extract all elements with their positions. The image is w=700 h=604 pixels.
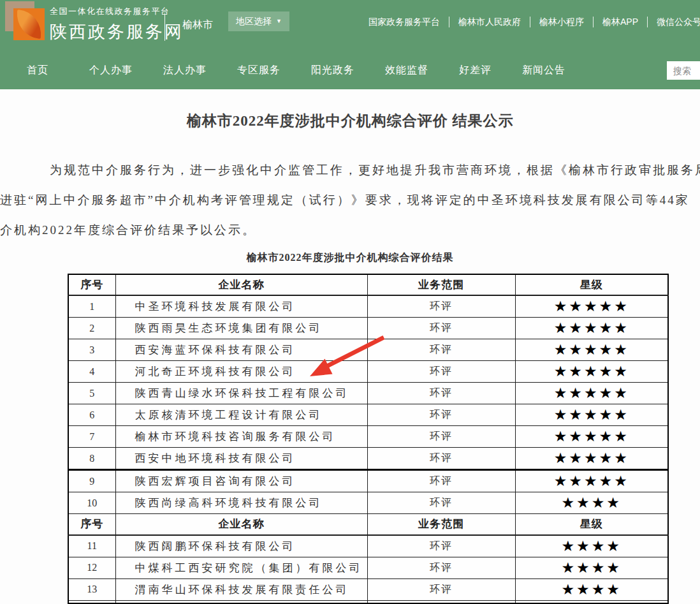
star-rating-cell: ★★★★ (515, 492, 668, 514)
table-row: 7榆林市环境科技咨询服务有限公司环评★★★★★ (68, 426, 668, 448)
star-rating-cell: ★★★★★ (515, 318, 668, 339)
nav-item[interactable]: 效能监督 (385, 64, 428, 77)
table-row: 1中圣环境科技发展有限公司环评★★★★★ (68, 295, 668, 318)
logo-front-square (13, 8, 45, 40)
column-header: 企业名称 (115, 274, 367, 295)
row-number-cell: 8 (68, 448, 115, 470)
top-link[interactable]: 榆林APP (602, 17, 638, 28)
company-name-cell: 榆林市环境科技咨询服务有限公司 (115, 426, 367, 448)
link-separator (530, 17, 530, 27)
region-selector-button[interactable]: 地区选择 ▼ (228, 11, 289, 31)
nav-item[interactable]: 专区服务 (237, 64, 281, 77)
table-row: 6太原核清环境工程设计有限公司环评★★★★★ (68, 404, 668, 426)
page-title: 榆林市2022年度涉批中介机构综合评价 结果公示 (0, 111, 700, 131)
row-number-cell: 1 (68, 295, 115, 318)
row-number-cell: 10 (68, 492, 115, 514)
star-rating-cell: ★★★★★ (515, 426, 668, 448)
nav-item[interactable]: 个人办事 (89, 64, 133, 77)
empty-cell (515, 600, 668, 603)
business-scope-cell: 环评 (367, 578, 515, 600)
paragraph-line: 进驻“网上中介服务超市”中介机构考评管理规定（试行）》要求，现将评定的中圣环境科… (0, 185, 700, 215)
business-scope-cell: 环评 (367, 426, 515, 448)
table-row: 3西安海蓝环保科技有限公司环评★★★★★ (68, 339, 668, 361)
top-link[interactable]: 榆林小程序 (539, 17, 584, 28)
table-row: 12中煤科工西安研究院（集团）有限公司环评★★★★ (68, 557, 668, 578)
table-row: 2陕西雨昊生态环境集团有限公司环评★★★★★ (68, 318, 668, 339)
company-name-cell: 太原核清环境工程设计有限公司 (115, 404, 367, 426)
evaluation-table-body: 序号企业名称业务范围星级1中圣环境科技发展有限公司环评★★★★★2陕西雨昊生态环… (68, 274, 668, 603)
nav-item[interactable]: 法人办事 (163, 64, 207, 77)
row-number-cell: 5 (68, 383, 115, 404)
nav-item[interactable]: 好差评 (459, 64, 492, 77)
star-rating-cell: ★★★★★ (515, 448, 668, 470)
nav-item[interactable]: 阳光政务 (311, 64, 354, 77)
company-name-cell: 陕西阔鹏环保科技有限公司 (115, 535, 367, 557)
table-row: 8西安中地环境科技有限公司环评★★★★★ (68, 448, 668, 470)
header-divider (164, 13, 165, 41)
top-link[interactable]: 微信公众号 (657, 17, 700, 28)
site-header: 全国一体化在线政务服务平台 陕西政务服务网 榆林市 地区选择 ▼ 国家政务服务平… (0, 0, 700, 89)
star-rating-cell: ★★★★★ (515, 383, 668, 404)
column-header: 序号 (68, 514, 115, 535)
company-name-cell: 陕西青山绿水环保科技工程有限公司 (115, 383, 367, 404)
row-number-cell: 6 (68, 404, 115, 426)
company-name-cell: 中圣环境科技发展有限公司 (115, 295, 367, 318)
top-link[interactable]: 国家政务服务平台 (368, 17, 440, 28)
company-name-cell: 陕西宏辉项目咨询有限公司 (115, 470, 367, 492)
star-rating-cell: ★★★★★ (515, 339, 668, 361)
current-city-label: 榆林市 (182, 18, 213, 32)
table-row: 13渭南华山环保科技发展有限责任公司环评★★★★ (68, 578, 668, 600)
table-header-row: 序号企业名称业务范围星级 (68, 274, 668, 295)
column-header: 企业名称 (115, 514, 367, 535)
row-number-cell: 9 (68, 470, 115, 492)
business-scope-cell: 环评 (367, 535, 515, 557)
business-scope-cell: 环评 (367, 557, 515, 578)
table-header-row: 序号企业名称业务范围星级 (68, 514, 668, 535)
top-links: 国家政务服务平台榆林市人民政府榆林小程序榆林APP微信公众号注册 (368, 16, 700, 28)
link-separator (449, 17, 449, 27)
paragraph-line: 为规范中介服务行为，进一步强化中介监管工作，更好地提升我市营商环境，根据《榆林市… (0, 155, 700, 185)
business-scope-cell: 环评 (367, 383, 515, 404)
nav-item[interactable]: 首页 (27, 64, 48, 77)
nav-item[interactable]: 新闻公告 (522, 64, 565, 77)
company-name-cell: 河北奇正环境科技有限公司 (115, 361, 367, 383)
business-scope-cell: 环评 (367, 470, 515, 492)
document-content: 榆林市2022年度涉批中介机构综合评价 结果公示 为规范中介服务行为，进一步强化… (0, 89, 700, 604)
column-header: 业务范围 (367, 514, 515, 535)
column-header: 序号 (68, 274, 115, 295)
star-rating-cell: ★★★★ (515, 578, 668, 600)
business-scope-cell: 环评 (367, 318, 515, 339)
row-number-cell: 11 (68, 535, 115, 557)
business-scope-cell: 环评 (367, 339, 515, 361)
top-link[interactable]: 榆林市人民政府 (458, 17, 521, 28)
link-separator (647, 17, 648, 27)
company-name-cell: 西安海蓝环保科技有限公司 (115, 339, 367, 361)
star-rating-cell: ★★★★ (515, 535, 668, 557)
star-rating-cell: ★★★★★ (515, 361, 668, 383)
site-name: 陕西政务服务网 (50, 20, 184, 43)
table-row-partial (68, 600, 668, 603)
empty-cell (367, 600, 515, 603)
business-scope-cell: 环评 (367, 404, 515, 426)
empty-cell (115, 600, 367, 603)
table-row: 9陕西宏辉项目咨询有限公司环评★★★★★ (68, 470, 668, 492)
company-name-cell: 陕西雨昊生态环境集团有限公司 (115, 318, 367, 339)
table-row: 4河北奇正环境科技有限公司环评★★★★★ (68, 361, 668, 383)
table-caption: 榆林市2022年度涉批中介机构综合评价结果 (0, 251, 700, 265)
company-name-cell: 渭南华山环保科技发展有限责任公司 (115, 578, 367, 600)
evaluation-table: 序号企业名称业务范围星级1中圣环境科技发展有限公司环评★★★★★2陕西雨昊生态环… (68, 274, 669, 604)
company-name-cell: 中煤科工西安研究院（集团）有限公司 (115, 557, 367, 578)
region-selector-label: 地区选择 (236, 11, 272, 31)
search-input[interactable] (667, 61, 700, 80)
company-name-cell: 陕西尚绿高科环境科技有限公司 (115, 492, 367, 514)
star-rating-cell: ★★★★ (515, 557, 668, 578)
table-row: 10陕西尚绿高科环境科技有限公司环评★★★★ (68, 492, 668, 514)
row-number-cell: 2 (68, 318, 115, 339)
business-scope-cell: 环评 (367, 448, 515, 470)
platform-name: 全国一体化在线政务服务平台 (50, 6, 184, 17)
row-number-cell: 13 (68, 578, 115, 600)
business-scope-cell: 环评 (367, 492, 515, 514)
star-rating-cell: ★★★★★ (515, 470, 668, 492)
column-header: 星级 (515, 274, 668, 295)
row-number-cell: 12 (68, 557, 115, 578)
